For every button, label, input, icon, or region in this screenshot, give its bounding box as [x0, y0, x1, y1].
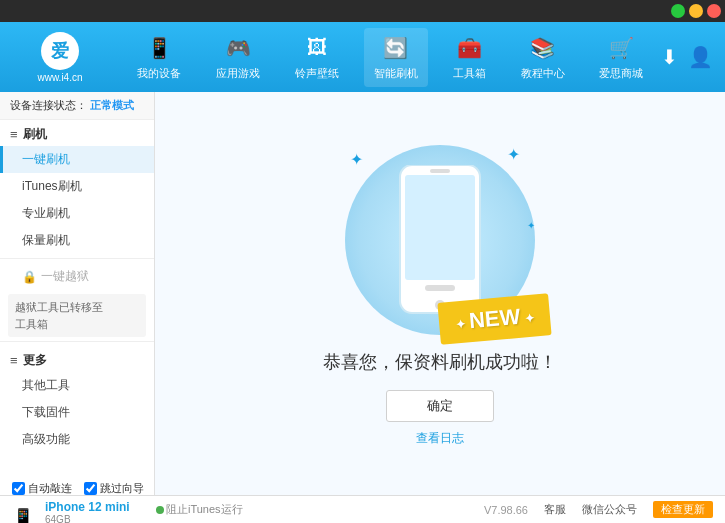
nav-tools-label: 工具箱: [453, 66, 486, 81]
flash-section-icon: ≡: [10, 127, 18, 142]
bottom-bar: 自动敲连 跳过向导 📱 iPhone 12 mini 64GB Down-12m…: [0, 495, 725, 523]
itunes-status: 阻止iTunes运行: [156, 502, 243, 517]
tutorial-icon: 📚: [529, 34, 557, 62]
wallpaper-icon: 🖼: [303, 34, 331, 62]
wechat-link[interactable]: 微信公众号: [582, 502, 637, 517]
logo-icon: 爱: [41, 32, 79, 70]
nav-smart-flash-label: 智能刷机: [374, 66, 418, 81]
auto-connect-label: 自动敲连: [28, 481, 72, 496]
section-flash: ≡ 刷机: [0, 120, 154, 146]
sidebar-item-advanced[interactable]: 高级功能: [0, 426, 154, 453]
device-info: iPhone 12 mini 64GB Down-12mini-13.1: [45, 500, 130, 523]
itunes-flash-label: iTunes刷机: [22, 179, 82, 193]
lock-icon: 🔒: [22, 270, 37, 284]
title-bar: [0, 0, 725, 22]
update-button[interactable]: 检查更新: [653, 501, 713, 518]
status-bar: 设备连接状态： 正常模式: [0, 92, 154, 120]
content-area: ✦ ✦ ✦ NEW 恭喜您，保资料刷机成功啦！ 确定 查看日志: [155, 92, 725, 495]
success-message: 恭喜您，保资料刷机成功啦！: [323, 350, 557, 374]
device-phone-icon: 📱: [12, 507, 34, 523]
auto-connect-input[interactable]: [12, 482, 25, 495]
minimize-button[interactable]: [671, 4, 685, 18]
main-area: 设备连接状态： 正常模式 ≡ 刷机 一键刷机 iTunes刷机 专业刷机 保量刷…: [0, 92, 725, 495]
one-key-flash-label: 一键刷机: [22, 152, 70, 166]
advanced-label: 高级功能: [22, 432, 70, 446]
status-label: 设备连接状态：: [10, 99, 87, 111]
nav-tools[interactable]: 🧰 工具箱: [443, 28, 496, 87]
download-fw-label: 下载固件: [22, 405, 70, 419]
my-device-icon: 📱: [145, 34, 173, 62]
nav-tutorial-label: 教程中心: [521, 66, 565, 81]
maximize-button[interactable]: [689, 4, 703, 18]
download-icon[interactable]: ⬇: [661, 45, 678, 69]
tools-icon: 🧰: [455, 34, 483, 62]
device-row: 📱 iPhone 12 mini 64GB Down-12mini-13.1: [12, 498, 144, 523]
phone-svg: [395, 165, 485, 315]
nav-smart-flash[interactable]: 🔄 智能刷机: [364, 28, 428, 87]
nav-apps[interactable]: 🎮 应用游戏: [206, 28, 270, 87]
nav-tutorial[interactable]: 📚 教程中心: [511, 28, 575, 87]
device-name: iPhone 12 mini: [45, 500, 130, 514]
skip-guide-checkbox[interactable]: 跳过向导: [84, 481, 144, 496]
section-jailbreak-label: 一键越狱: [41, 268, 89, 285]
nav-store-label: 爱思商城: [599, 66, 643, 81]
itunes-status-label: 阻止iTunes运行: [166, 502, 243, 517]
nav-right: ⬇ 👤: [661, 45, 725, 69]
jailbreak-notice: 越狱工具已转移至工具箱: [8, 294, 146, 337]
nav-my-device-label: 我的设备: [137, 66, 181, 81]
sidebar-item-pro-flash[interactable]: 专业刷机: [0, 200, 154, 227]
divider-2: [0, 341, 154, 342]
sidebar-item-itunes-flash[interactable]: iTunes刷机: [0, 173, 154, 200]
nav-my-device[interactable]: 📱 我的设备: [127, 28, 191, 87]
logo-area[interactable]: 爱 www.i4.cn: [0, 24, 120, 91]
svg-rect-1: [405, 175, 475, 280]
device-storage: 64GB: [45, 514, 130, 523]
support-link[interactable]: 客服: [544, 502, 566, 517]
section-jailbreak: 🔒 一键越狱: [0, 263, 154, 290]
divider-1: [0, 258, 154, 259]
guide-link[interactable]: 查看日志: [416, 430, 464, 447]
svg-rect-4: [430, 169, 450, 173]
sidebar: 设备连接状态： 正常模式 ≡ 刷机 一键刷机 iTunes刷机 专业刷机 保量刷…: [0, 92, 155, 495]
smart-flash-icon: 🔄: [382, 34, 410, 62]
nav-apps-label: 应用游戏: [216, 66, 260, 81]
status-dot: [156, 506, 164, 514]
svg-rect-2: [425, 285, 455, 291]
sidebar-item-one-key-flash[interactable]: 一键刷机: [0, 146, 154, 173]
pro-flash-label: 专业刷机: [22, 206, 70, 220]
jailbreak-notice-text: 越狱工具已转移至工具箱: [15, 301, 103, 330]
section-more-label: 更多: [23, 352, 47, 369]
skip-guide-input[interactable]: [84, 482, 97, 495]
sparkle-icon-1: ✦: [350, 150, 363, 169]
version-text: V7.98.66: [484, 504, 528, 516]
sidebar-item-download-fw[interactable]: 下载固件: [0, 399, 154, 426]
status-value: 正常模式: [90, 99, 134, 111]
close-button[interactable]: [707, 4, 721, 18]
save-flash-label: 保量刷机: [22, 233, 70, 247]
nav-wallpaper-label: 铃声壁纸: [295, 66, 339, 81]
bottom-right: V7.98.66 客服 微信公众号 检查更新: [484, 501, 713, 518]
skip-guide-label: 跳过向导: [100, 481, 144, 496]
sidebar-item-save-flash[interactable]: 保量刷机: [0, 227, 154, 254]
other-tools-label: 其他工具: [22, 378, 70, 392]
nav-store[interactable]: 🛒 爱思商城: [589, 28, 653, 87]
store-icon: 🛒: [607, 34, 635, 62]
logo-url: www.i4.cn: [37, 72, 82, 83]
confirm-button[interactable]: 确定: [386, 390, 494, 422]
section-more: ≡ 更多: [0, 346, 154, 372]
user-icon[interactable]: 👤: [688, 45, 713, 69]
sidebar-item-other-tools[interactable]: 其他工具: [0, 372, 154, 399]
new-badge: NEW: [437, 293, 552, 345]
apps-icon: 🎮: [224, 34, 252, 62]
nav-wallpaper[interactable]: 🖼 铃声壁纸: [285, 28, 349, 87]
sparkle-icon-3: ✦: [527, 220, 535, 231]
section-flash-label: 刷机: [23, 126, 47, 143]
top-nav: 爱 www.i4.cn 📱 我的设备 🎮 应用游戏 🖼 铃声壁纸 🔄 智能刷机 …: [0, 22, 725, 92]
phone-illustration: ✦ ✦ ✦ NEW: [330, 140, 550, 340]
more-section-icon: ≡: [10, 353, 18, 368]
sparkle-icon-2: ✦: [507, 145, 520, 164]
nav-items: 📱 我的设备 🎮 应用游戏 🖼 铃声壁纸 🔄 智能刷机 🧰 工具箱 📚 教程中心…: [120, 28, 661, 87]
auto-connect-checkbox[interactable]: 自动敲连: [12, 481, 72, 496]
